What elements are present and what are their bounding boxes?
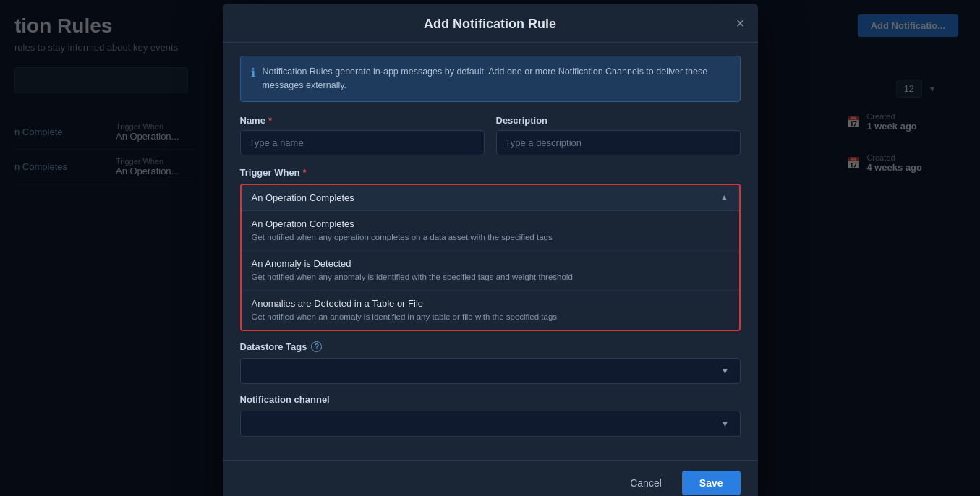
add-notification-rule-modal: Add Notification Rule × ℹ Notification R… <box>223 4 758 496</box>
trigger-required: * <box>303 167 307 178</box>
save-button[interactable]: Save <box>682 471 741 495</box>
modal-overlay: Add Notification Rule × ℹ Notification R… <box>0 0 980 496</box>
description-label: Description <box>496 115 741 126</box>
notification-channel-dropdown[interactable]: ▼ <box>240 411 741 437</box>
trigger-option-1-title: An Operation Completes <box>252 218 729 229</box>
help-icon[interactable]: ? <box>311 341 322 352</box>
trigger-option-2[interactable]: An Anomaly is Detected Get notified when… <box>242 251 739 291</box>
trigger-option-1[interactable]: An Operation Completes Get notified when… <box>242 211 739 251</box>
info-banner-text: Notification Rules generate in-app messa… <box>263 65 730 93</box>
modal-title: Add Notification Rule <box>424 17 556 32</box>
trigger-option-2-title: An Anomaly is Detected <box>252 258 729 269</box>
modal-header: Add Notification Rule × <box>223 4 758 43</box>
notification-channel-section: Notification channel ▼ <box>240 394 741 437</box>
name-input[interactable] <box>240 130 485 155</box>
trigger-selected-text: An Operation Completes <box>252 192 354 203</box>
name-group: Name * <box>240 115 485 155</box>
name-label: Name * <box>240 115 485 126</box>
trigger-option-1-desc: Get notified when any operation complete… <box>252 231 729 243</box>
name-required: * <box>268 115 272 126</box>
datastore-tags-section: Datastore Tags ? ▼ <box>240 341 741 384</box>
trigger-dropdown[interactable]: An Operation Completes ▲ An Operation Co… <box>240 184 741 331</box>
trigger-when-section: Trigger When * An Operation Completes ▲ … <box>240 167 741 331</box>
modal-body: ℹ Notification Rules generate in-app mes… <box>223 43 758 460</box>
datastore-tags-dropdown[interactable]: ▼ <box>240 358 741 384</box>
datastore-tags-arrow-icon: ▼ <box>721 366 730 376</box>
trigger-option-3-title: Anomalies are Detected in a Table or Fil… <box>252 298 729 309</box>
notification-channel-arrow-icon: ▼ <box>721 419 730 429</box>
name-description-row: Name * Description <box>240 115 741 155</box>
chevron-up-icon: ▲ <box>720 192 729 202</box>
trigger-option-3-desc: Get notified when an anomaly is identifi… <box>252 311 729 322</box>
notification-channel-label: Notification channel <box>240 394 741 405</box>
description-input[interactable] <box>496 130 741 155</box>
trigger-selected-value[interactable]: An Operation Completes ▲ <box>242 185 739 210</box>
trigger-option-2-desc: Get notified when any anomaly is identif… <box>252 271 729 283</box>
cancel-button[interactable]: Cancel <box>618 471 673 495</box>
close-button[interactable]: × <box>736 16 745 30</box>
trigger-option-3[interactable]: Anomalies are Detected in a Table or Fil… <box>242 291 739 330</box>
info-icon: ℹ <box>251 66 255 80</box>
datastore-tags-label: Datastore Tags ? <box>240 341 741 352</box>
modal-footer: Cancel Save <box>223 460 758 496</box>
trigger-options-list: An Operation Completes Get notified when… <box>242 210 739 330</box>
info-banner: ℹ Notification Rules generate in-app mes… <box>240 56 741 102</box>
trigger-when-label: Trigger When * <box>240 167 741 178</box>
description-group: Description <box>496 115 741 155</box>
